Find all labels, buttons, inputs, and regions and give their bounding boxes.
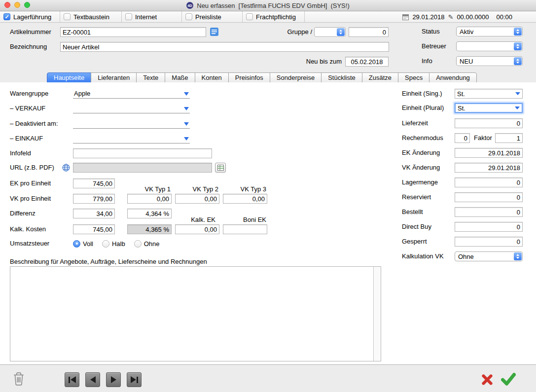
- tab-anwendung[interactable]: Anwendung: [429, 72, 477, 83]
- option-toolbar: Lagerführung Textbaustein Internet Preis…: [0, 11, 536, 23]
- vk-typ2-input[interactable]: [175, 194, 219, 204]
- status-label: Status: [422, 27, 440, 36]
- table-icon: [217, 165, 224, 171]
- vertical-scrollbar[interactable]: [373, 267, 381, 361]
- neu-bis-input[interactable]: [345, 57, 389, 67]
- radio-ohne[interactable]: Ohne: [134, 240, 160, 248]
- einheit-plural-dropdown[interactable]: St.: [455, 103, 523, 113]
- umsatzsteuer-radio-group: Voll Halb Ohne: [73, 239, 160, 249]
- info-popup[interactable]: NEU: [456, 56, 523, 66]
- article-list-button[interactable]: [210, 28, 218, 36]
- pen-icon: ✎: [448, 13, 453, 21]
- radio-halb-label: Halb: [112, 240, 125, 248]
- warengruppe-combo[interactable]: Apple: [73, 89, 190, 99]
- confirm-button[interactable]: [501, 372, 516, 386]
- tab-masse[interactable]: Maße: [165, 72, 195, 83]
- vk-pro-einheit-input[interactable]: [73, 194, 115, 204]
- artikelnummer-input[interactable]: [60, 27, 206, 37]
- chevron-down-icon: [184, 92, 189, 96]
- differenz-percent-input[interactable]: [127, 209, 172, 218]
- infofeld-input[interactable]: [73, 148, 212, 158]
- vk-typ3-input[interactable]: [223, 194, 267, 204]
- gruppe-label: Gruppe /: [269, 27, 312, 37]
- vk-typ1-input[interactable]: [127, 194, 172, 204]
- vk-pro-einheit-label: VK pro Einheit: [10, 194, 51, 204]
- nav-previous-button[interactable]: [85, 372, 100, 387]
- chevron-down-icon: [184, 137, 189, 141]
- close-button[interactable]: [4, 2, 10, 8]
- checkbox-lagerfuehrung[interactable]: [3, 13, 10, 20]
- reserviert-input[interactable]: [455, 192, 523, 202]
- gruppe-popup[interactable]: [314, 27, 346, 37]
- rechenmodus-input[interactable]: [455, 133, 470, 143]
- verkauf-combo[interactable]: [73, 104, 190, 113]
- tab-sonderpreise[interactable]: Sonderpreise: [270, 72, 322, 83]
- lagermenge-input[interactable]: [455, 178, 523, 187]
- bezeichnung-input[interactable]: [60, 42, 389, 52]
- einheit-sing-dropdown[interactable]: St.: [455, 89, 523, 99]
- nav-next-button[interactable]: [106, 372, 121, 387]
- zoom-button[interactable]: [24, 2, 30, 8]
- lieferzeit-input[interactable]: [455, 118, 523, 128]
- deaktiviert-combo[interactable]: [73, 119, 190, 129]
- checkbox-preisliste[interactable]: [185, 13, 192, 20]
- tab-preisinfos[interactable]: Preisinfos: [228, 72, 270, 83]
- checkbox-textbaustein[interactable]: [64, 13, 71, 20]
- cancel-button[interactable]: [481, 373, 494, 386]
- nav-last-button[interactable]: [127, 372, 142, 387]
- kalk-ek-input[interactable]: [175, 224, 219, 234]
- trash-icon: [12, 371, 26, 387]
- betreuer-popup[interactable]: [456, 41, 523, 51]
- differenz-input[interactable]: [73, 209, 115, 218]
- tab-hauptseite[interactable]: Hauptseite: [47, 72, 91, 83]
- stepper-icon: [514, 57, 522, 65]
- ek-aenderung-input[interactable]: [455, 148, 523, 158]
- gesperrt-input[interactable]: [455, 237, 523, 247]
- einkauf-combo[interactable]: [73, 134, 190, 143]
- checkbox-internet[interactable]: [125, 13, 132, 20]
- delete-button[interactable]: [12, 371, 26, 387]
- kalk-kosten-label: Kalk. Kosten: [10, 224, 46, 234]
- last-record-icon: [131, 376, 136, 383]
- ek-aenderung-label: EK Änderung: [402, 148, 440, 158]
- calendar-icon[interactable]: [402, 14, 409, 20]
- url-input[interactable]: [73, 163, 212, 173]
- infofeld-label: Infofeld: [10, 148, 31, 158]
- chevron-down-icon: [184, 107, 189, 110]
- rechenmodus-label: Rechenmodus: [402, 133, 443, 143]
- ek-pro-einheit-input[interactable]: [73, 178, 115, 188]
- betreuer-label: Betreuer: [422, 41, 446, 51]
- radio-halb[interactable]: Halb: [102, 240, 125, 248]
- checkbox-frachtpflichtig[interactable]: [246, 13, 253, 20]
- url-table-button[interactable]: [215, 163, 226, 173]
- vk-aenderung-input[interactable]: [455, 163, 523, 173]
- faktor-input[interactable]: [495, 133, 523, 143]
- direct-buy-input[interactable]: [455, 222, 523, 232]
- gruppe-number-input[interactable]: [349, 27, 389, 37]
- einkauf-value: [73, 142, 184, 143]
- tab-texte[interactable]: Texte: [136, 72, 165, 83]
- bestellt-input[interactable]: [455, 207, 523, 217]
- info-label: Info: [422, 56, 432, 66]
- minimize-button[interactable]: [14, 2, 20, 8]
- status-popup[interactable]: Aktiv: [456, 27, 523, 36]
- tab-zusaetze[interactable]: Zusätze: [362, 72, 398, 83]
- nav-first-button[interactable]: [65, 372, 79, 387]
- ek-pro-einheit-label: EK pro Einheit: [10, 178, 51, 188]
- reserviert-label: Reserviert: [402, 192, 431, 202]
- beschreibung-textarea[interactable]: [10, 267, 374, 361]
- toolbar-cell-internet: Internet: [122, 11, 182, 22]
- tab-stueckliste[interactable]: Stückliste: [321, 72, 362, 83]
- boni-ek-input[interactable]: [223, 224, 267, 234]
- kalkulation-vk-popup[interactable]: Ohne: [455, 251, 523, 261]
- url-globe-button[interactable]: [62, 164, 70, 172]
- tab-lieferanten[interactable]: Lieferanten: [91, 72, 137, 83]
- toolbar-cell-lagerfuehrung: Lagerführung: [0, 11, 60, 22]
- kalk-kosten-input[interactable]: [73, 224, 115, 234]
- tab-konten[interactable]: Konten: [195, 72, 229, 83]
- stepper-icon: [514, 28, 522, 36]
- einkauf-label: – EINKAUF: [10, 134, 43, 143]
- stepper-icon: [514, 42, 522, 50]
- tab-specs[interactable]: Specs: [398, 72, 429, 83]
- radio-voll[interactable]: Voll: [73, 240, 93, 248]
